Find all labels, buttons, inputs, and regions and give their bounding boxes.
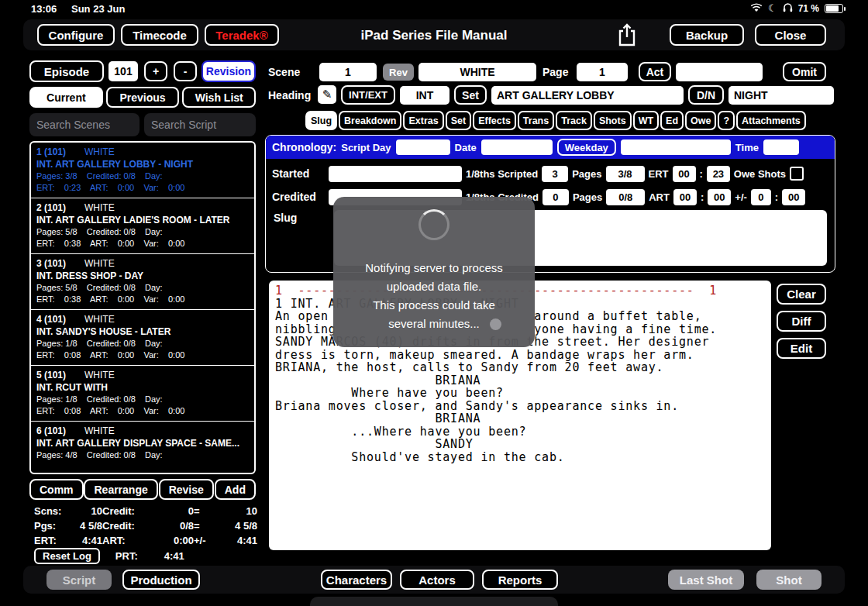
sidebar-tab[interactable]: Current: [29, 87, 103, 108]
weekday-field[interactable]: [621, 139, 731, 155]
production-mode-button[interactable]: Production: [122, 570, 200, 590]
scene-action-button[interactable]: Rearrange: [84, 479, 157, 500]
breakdown-tab[interactable]: Trans: [518, 111, 554, 130]
script-line: Should've stayed in the cab.: [275, 451, 765, 464]
script-action-button[interactable]: Clear: [777, 284, 826, 305]
scene-heading: INT. RCUT WITH: [36, 381, 249, 394]
sidebar-tab[interactable]: Wish List: [182, 87, 256, 108]
episode-minus-button[interactable]: -: [174, 61, 197, 81]
date-field[interactable]: [481, 139, 553, 155]
edit-heading-icon[interactable]: ✎: [318, 85, 336, 104]
breakdown-tab[interactable]: ?: [718, 111, 735, 130]
page-number-field[interactable]: [577, 63, 628, 81]
breakdown-tab[interactable]: Extras: [403, 111, 443, 130]
backup-button[interactable]: Backup: [670, 24, 744, 46]
owe-shots-label: Owe Shots: [734, 168, 786, 180]
day-night-button[interactable]: D/N: [688, 85, 724, 105]
scene-list-item[interactable]: 3 (101) WHITE INT. DRESS SHOP - DAY Page…: [31, 254, 254, 310]
int-ext-field[interactable]: [400, 86, 450, 105]
shot-button[interactable]: Shot: [756, 570, 822, 590]
totals-cell: 4:41: [212, 535, 257, 546]
revision-color-field[interactable]: [418, 63, 536, 81]
episode-plus-button[interactable]: +: [144, 61, 167, 81]
rev-button[interactable]: Rev: [383, 64, 414, 81]
close-button[interactable]: Close: [755, 24, 826, 46]
episode-button[interactable]: Episode: [29, 60, 104, 82]
int-ext-button[interactable]: INT/EXT: [341, 85, 395, 105]
top-toolbar: Configure Timecode Teradek® iPad Series …: [23, 19, 845, 50]
script-action-button[interactable]: Edit: [777, 338, 826, 359]
scene-action-button[interactable]: Revise: [159, 479, 214, 500]
scene-list-item[interactable]: 4 (101) WHITE INT. SANDY'S HOUSE - LATER…: [31, 310, 254, 366]
omit-button[interactable]: Omit: [783, 62, 826, 81]
totals-cell: 10: [212, 505, 257, 517]
scene-heading: INT. SANDY'S HOUSE - LATER: [36, 325, 249, 338]
scene-list-item[interactable]: 2 (101) WHITE INT. ART GALLERY LADIE'S R…: [31, 198, 254, 254]
ert-minutes-field[interactable]: [707, 166, 730, 182]
variance-hours-field[interactable]: [751, 189, 771, 205]
last-shot-button[interactable]: Last Shot: [668, 570, 744, 590]
totals-cell: ART:: [102, 535, 155, 546]
scene-list-item[interactable]: 6 (101) WHITE INT. ART GALLERY DISPLAY S…: [31, 422, 254, 474]
app-title: iPad Series File Manual: [361, 28, 508, 43]
totals-cell: Pgs:: [34, 520, 68, 532]
script-action-button[interactable]: Diff: [777, 311, 826, 332]
breakdown-tab[interactable]: Breakdown: [339, 111, 401, 130]
totals-cell: 0: [155, 505, 194, 517]
reports-button[interactable]: Reports: [482, 570, 558, 590]
breakdown-tab[interactable]: Track: [556, 111, 592, 130]
script-mode-button[interactable]: Script: [46, 570, 112, 590]
breakdown-tab[interactable]: Slug: [305, 111, 337, 130]
breakdown-tab[interactable]: Effects: [473, 111, 516, 130]
chronology-bar: Chronology: Script Day Date Weekday Time: [266, 136, 835, 159]
scene-list-item[interactable]: 1 (101) WHITE INT. ART GALLERY LOBBY - N…: [31, 143, 254, 198]
totals-cell: Scns:: [34, 505, 68, 517]
scene-revision-color: WHITE: [84, 257, 115, 270]
script-day-field[interactable]: [396, 139, 450, 155]
actors-button[interactable]: Actors: [400, 570, 474, 590]
breakdown-tab[interactable]: Ed: [660, 111, 684, 130]
set-button[interactable]: Set: [454, 85, 487, 105]
sidebar-tab[interactable]: Previous: [106, 87, 180, 108]
reset-log-button[interactable]: Reset Log: [34, 548, 100, 564]
eighths-credited-field[interactable]: [542, 189, 569, 205]
timecode-button[interactable]: Timecode: [121, 24, 198, 46]
scene-revision-color: WHITE: [84, 201, 115, 214]
scene-action-button[interactable]: Add: [215, 479, 256, 500]
breakdown-tab[interactable]: Shots: [594, 111, 632, 130]
eighths-scripted-field[interactable]: [542, 166, 568, 182]
art-minutes-field[interactable]: [708, 189, 731, 205]
scene-number-field[interactable]: [319, 63, 377, 81]
script-line: dress is torn, makeup smeared. A bandage…: [275, 349, 765, 362]
time-field[interactable]: [763, 139, 799, 155]
breakdown-tab[interactable]: Owe: [685, 111, 716, 130]
breakdown-tab[interactable]: Set: [446, 111, 471, 130]
totals-cell: 0:00: [155, 535, 194, 546]
variance-minutes-field[interactable]: [782, 189, 805, 205]
breakdown-tab[interactable]: WT: [633, 111, 659, 130]
started-field[interactable]: [329, 166, 462, 182]
episode-number-field[interactable]: [108, 61, 138, 81]
breakdown-tab[interactable]: Attachments: [736, 111, 806, 130]
pages-credited-field[interactable]: [606, 189, 645, 205]
totals-row: Pgs: 4 5/8 Credit: 0/8 = 4 5/8: [34, 518, 257, 533]
configure-button[interactable]: Configure: [37, 24, 115, 46]
art-hours-field[interactable]: [673, 189, 697, 205]
scene-list-item[interactable]: 5 (101) WHITE INT. RCUT WITH Pages: 1/8 …: [31, 366, 254, 422]
revision-button[interactable]: Revision: [202, 60, 256, 82]
characters-button[interactable]: Characters: [321, 570, 392, 590]
search-scenes-input[interactable]: [29, 113, 140, 136]
owe-shots-checkbox[interactable]: [790, 167, 804, 181]
teradek-button[interactable]: Teradek®: [205, 24, 279, 46]
pages-scripted-field[interactable]: [606, 166, 645, 182]
set-field[interactable]: [491, 86, 684, 105]
ert-hours-field[interactable]: [673, 166, 696, 182]
act-field[interactable]: [676, 63, 763, 81]
search-script-input[interactable]: [144, 113, 256, 136]
scene-action-button[interactable]: Comm: [29, 479, 84, 500]
moon-icon: ☾: [768, 3, 777, 14]
act-button[interactable]: Act: [639, 62, 671, 81]
share-icon[interactable]: [616, 22, 638, 50]
weekday-button[interactable]: Weekday: [557, 139, 616, 156]
day-night-field[interactable]: [728, 86, 834, 105]
